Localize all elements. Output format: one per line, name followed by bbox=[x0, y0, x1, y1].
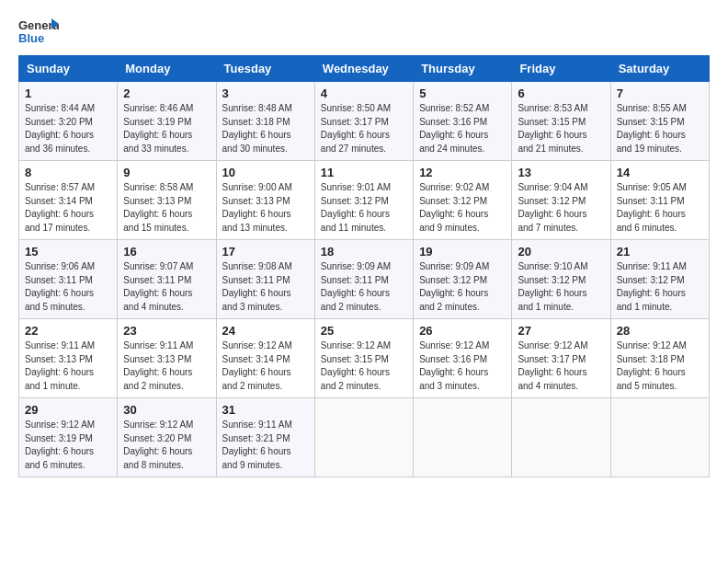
calendar-cell: 28Sunrise: 9:12 AM Sunset: 3:18 PM Dayli… bbox=[610, 319, 709, 398]
day-number: 12 bbox=[419, 166, 506, 179]
day-info: Sunrise: 8:52 AM Sunset: 3:16 PM Dayligh… bbox=[419, 102, 506, 155]
day-info: Sunrise: 9:07 AM Sunset: 3:11 PM Dayligh… bbox=[123, 260, 210, 314]
day-number: 3 bbox=[222, 86, 309, 100]
day-info: Sunrise: 8:48 AM Sunset: 3:18 PM Dayligh… bbox=[222, 102, 309, 155]
day-info: Sunrise: 9:02 AM Sunset: 3:12 PM Dayligh… bbox=[419, 181, 506, 235]
day-info: Sunrise: 9:10 AM Sunset: 3:12 PM Dayligh… bbox=[518, 260, 604, 314]
calendar-cell: 5Sunrise: 8:52 AM Sunset: 3:16 PM Daylig… bbox=[414, 82, 512, 161]
calendar-cell: 18Sunrise: 9:09 AM Sunset: 3:11 PM Dayli… bbox=[314, 240, 413, 319]
day-info: Sunrise: 8:53 AM Sunset: 3:15 PM Dayligh… bbox=[518, 102, 604, 155]
day-number: 27 bbox=[518, 324, 604, 338]
day-number: 25 bbox=[321, 324, 407, 338]
page-header: General Blue bbox=[18, 15, 710, 48]
day-info: Sunrise: 8:44 AM Sunset: 3:20 PM Dayligh… bbox=[25, 102, 111, 155]
day-number: 7 bbox=[617, 86, 703, 100]
calendar-cell: 9Sunrise: 8:58 AM Sunset: 3:13 PM Daylig… bbox=[118, 161, 216, 240]
day-number: 29 bbox=[25, 403, 111, 417]
day-number: 24 bbox=[222, 324, 309, 338]
day-number: 23 bbox=[123, 324, 210, 338]
calendar-cell: 1Sunrise: 8:44 AM Sunset: 3:20 PM Daylig… bbox=[19, 82, 118, 161]
day-number: 18 bbox=[321, 245, 407, 259]
calendar-cell: 15Sunrise: 9:06 AM Sunset: 3:11 PM Dayli… bbox=[19, 240, 118, 319]
weekday-header: Friday bbox=[512, 56, 610, 82]
calendar-cell bbox=[610, 398, 709, 477]
logo: General Blue bbox=[18, 15, 59, 48]
day-number: 14 bbox=[617, 166, 703, 179]
day-info: Sunrise: 9:11 AM Sunset: 3:13 PM Dayligh… bbox=[25, 339, 111, 393]
day-number: 11 bbox=[321, 166, 407, 179]
day-number: 9 bbox=[123, 166, 210, 179]
calendar-cell: 25Sunrise: 9:12 AM Sunset: 3:15 PM Dayli… bbox=[314, 319, 413, 398]
calendar-cell: 16Sunrise: 9:07 AM Sunset: 3:11 PM Dayli… bbox=[118, 240, 216, 319]
calendar-cell bbox=[512, 398, 610, 477]
day-info: Sunrise: 8:50 AM Sunset: 3:17 PM Dayligh… bbox=[321, 102, 407, 155]
day-number: 31 bbox=[222, 403, 309, 417]
calendar-cell: 29Sunrise: 9:12 AM Sunset: 3:19 PM Dayli… bbox=[19, 398, 118, 477]
day-number: 1 bbox=[25, 86, 111, 100]
day-number: 10 bbox=[222, 166, 309, 179]
calendar-cell: 2Sunrise: 8:46 AM Sunset: 3:19 PM Daylig… bbox=[118, 82, 216, 161]
day-info: Sunrise: 9:12 AM Sunset: 3:14 PM Dayligh… bbox=[222, 339, 309, 393]
calendar-cell: 31Sunrise: 9:11 AM Sunset: 3:21 PM Dayli… bbox=[216, 398, 314, 477]
calendar-cell: 7Sunrise: 8:55 AM Sunset: 3:15 PM Daylig… bbox=[610, 82, 709, 161]
calendar-cell: 12Sunrise: 9:02 AM Sunset: 3:12 PM Dayli… bbox=[414, 161, 512, 240]
calendar-cell: 23Sunrise: 9:11 AM Sunset: 3:13 PM Dayli… bbox=[118, 319, 216, 398]
day-info: Sunrise: 9:12 AM Sunset: 3:17 PM Dayligh… bbox=[518, 339, 604, 393]
day-info: Sunrise: 9:12 AM Sunset: 3:18 PM Dayligh… bbox=[617, 339, 703, 393]
weekday-header: Tuesday bbox=[216, 56, 314, 82]
day-number: 30 bbox=[123, 403, 210, 417]
day-info: Sunrise: 9:09 AM Sunset: 3:12 PM Dayligh… bbox=[419, 260, 506, 314]
day-number: 13 bbox=[518, 166, 604, 179]
calendar-cell: 30Sunrise: 9:12 AM Sunset: 3:20 PM Dayli… bbox=[118, 398, 216, 477]
day-info: Sunrise: 9:12 AM Sunset: 3:20 PM Dayligh… bbox=[123, 419, 210, 472]
weekday-header: Monday bbox=[118, 56, 216, 82]
day-info: Sunrise: 9:11 AM Sunset: 3:21 PM Dayligh… bbox=[222, 419, 309, 472]
day-number: 5 bbox=[419, 86, 506, 100]
calendar-cell: 14Sunrise: 9:05 AM Sunset: 3:11 PM Dayli… bbox=[610, 161, 709, 240]
calendar-cell: 19Sunrise: 9:09 AM Sunset: 3:12 PM Dayli… bbox=[414, 240, 512, 319]
calendar-cell: 26Sunrise: 9:12 AM Sunset: 3:16 PM Dayli… bbox=[414, 319, 512, 398]
calendar-cell: 22Sunrise: 9:11 AM Sunset: 3:13 PM Dayli… bbox=[19, 319, 118, 398]
day-number: 19 bbox=[419, 245, 506, 259]
weekday-header: Saturday bbox=[610, 56, 709, 82]
day-info: Sunrise: 9:01 AM Sunset: 3:12 PM Dayligh… bbox=[321, 181, 407, 235]
calendar-cell: 8Sunrise: 8:57 AM Sunset: 3:14 PM Daylig… bbox=[19, 161, 118, 240]
calendar-cell: 10Sunrise: 9:00 AM Sunset: 3:13 PM Dayli… bbox=[216, 161, 314, 240]
day-info: Sunrise: 8:46 AM Sunset: 3:19 PM Dayligh… bbox=[123, 102, 210, 155]
day-info: Sunrise: 9:00 AM Sunset: 3:13 PM Dayligh… bbox=[222, 181, 309, 235]
day-number: 22 bbox=[25, 324, 111, 338]
weekday-header: Wednesday bbox=[314, 56, 413, 82]
day-info: Sunrise: 9:09 AM Sunset: 3:11 PM Dayligh… bbox=[321, 260, 407, 314]
day-info: Sunrise: 8:57 AM Sunset: 3:14 PM Dayligh… bbox=[25, 181, 111, 235]
day-number: 6 bbox=[518, 86, 604, 100]
calendar-cell: 21Sunrise: 9:11 AM Sunset: 3:12 PM Dayli… bbox=[610, 240, 709, 319]
day-number: 17 bbox=[222, 245, 309, 259]
calendar-cell: 17Sunrise: 9:08 AM Sunset: 3:11 PM Dayli… bbox=[216, 240, 314, 319]
day-info: Sunrise: 9:12 AM Sunset: 3:15 PM Dayligh… bbox=[321, 339, 407, 393]
day-number: 2 bbox=[123, 86, 210, 100]
svg-text:Blue: Blue bbox=[18, 31, 44, 45]
day-number: 4 bbox=[321, 86, 407, 100]
day-number: 20 bbox=[518, 245, 604, 259]
logo-icon: General Blue bbox=[18, 15, 59, 48]
calendar-cell: 11Sunrise: 9:01 AM Sunset: 3:12 PM Dayli… bbox=[314, 161, 413, 240]
day-info: Sunrise: 9:11 AM Sunset: 3:12 PM Dayligh… bbox=[617, 260, 703, 314]
day-info: Sunrise: 9:04 AM Sunset: 3:12 PM Dayligh… bbox=[518, 181, 604, 235]
calendar-cell: 24Sunrise: 9:12 AM Sunset: 3:14 PM Dayli… bbox=[216, 319, 314, 398]
calendar-table: SundayMondayTuesdayWednesdayThursdayFrid… bbox=[18, 55, 710, 477]
day-number: 8 bbox=[25, 166, 111, 179]
day-number: 28 bbox=[617, 324, 703, 338]
calendar-cell bbox=[314, 398, 413, 477]
day-info: Sunrise: 9:08 AM Sunset: 3:11 PM Dayligh… bbox=[222, 260, 309, 314]
calendar-cell: 27Sunrise: 9:12 AM Sunset: 3:17 PM Dayli… bbox=[512, 319, 610, 398]
day-number: 26 bbox=[419, 324, 506, 338]
day-info: Sunrise: 9:06 AM Sunset: 3:11 PM Dayligh… bbox=[25, 260, 111, 314]
calendar-cell: 13Sunrise: 9:04 AM Sunset: 3:12 PM Dayli… bbox=[512, 161, 610, 240]
weekday-header: Sunday bbox=[19, 56, 118, 82]
calendar-header: SundayMondayTuesdayWednesdayThursdayFrid… bbox=[19, 56, 710, 82]
day-info: Sunrise: 8:58 AM Sunset: 3:13 PM Dayligh… bbox=[123, 181, 210, 235]
day-info: Sunrise: 9:12 AM Sunset: 3:19 PM Dayligh… bbox=[25, 419, 111, 472]
calendar-cell: 4Sunrise: 8:50 AM Sunset: 3:17 PM Daylig… bbox=[314, 82, 413, 161]
calendar-cell: 3Sunrise: 8:48 AM Sunset: 3:18 PM Daylig… bbox=[216, 82, 314, 161]
calendar-cell: 20Sunrise: 9:10 AM Sunset: 3:12 PM Dayli… bbox=[512, 240, 610, 319]
